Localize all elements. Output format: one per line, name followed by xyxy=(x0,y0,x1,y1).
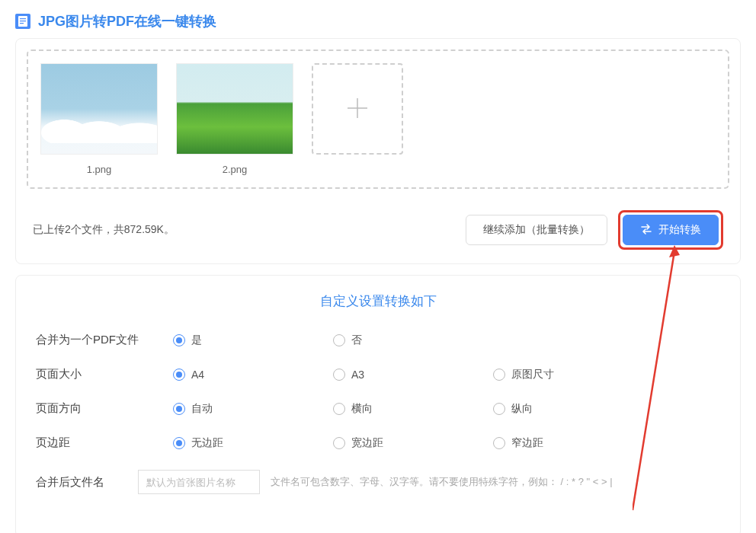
file-name: 2.png xyxy=(223,164,248,175)
radio-icon xyxy=(173,334,185,346)
filename-input[interactable] xyxy=(138,470,260,494)
start-convert-button[interactable]: 开始转换 xyxy=(623,215,719,245)
upload-panel: 1.png 2.png 已上传2个文件，共872.59K。 继续添加（批量转换）… xyxy=(15,38,741,264)
radio-size-a4[interactable]: A4 xyxy=(173,368,333,381)
file-card[interactable]: 1.png xyxy=(40,63,158,175)
radio-group-margin: 无边距 宽边距 窄边距 xyxy=(173,436,720,450)
start-convert-highlight: 开始转换 xyxy=(618,210,723,250)
radio-size-original[interactable]: 原图尺寸 xyxy=(493,368,653,381)
radio-orient-portrait[interactable]: 纵向 xyxy=(493,402,653,416)
action-row: 已上传2个文件，共872.59K。 继续添加（批量转换） 开始转换 xyxy=(16,199,740,263)
page-header: JPG图片转PDF在线一键转换 xyxy=(0,0,756,38)
setting-label: 合并后文件名 xyxy=(36,475,127,490)
settings-title: 自定义设置转换如下 xyxy=(36,292,720,310)
file-thumbnail xyxy=(176,63,293,155)
setting-row-merge: 合并为一个PDF文件 是 否 xyxy=(36,333,720,347)
upload-status: 已上传2个文件，共872.59K。 xyxy=(33,223,455,237)
radio-margin-wide[interactable]: 宽边距 xyxy=(333,436,493,450)
radio-icon xyxy=(173,437,185,449)
radio-group-page-size: A4 A3 原图尺寸 xyxy=(173,368,720,381)
radio-group-merge: 是 否 xyxy=(173,334,720,347)
setting-row-orientation: 页面方向 自动 横向 纵向 xyxy=(36,401,720,416)
radio-icon xyxy=(333,403,345,415)
svg-rect-2 xyxy=(20,21,26,21)
radio-icon xyxy=(173,403,185,415)
continue-add-button[interactable]: 继续添加（批量转换） xyxy=(466,215,607,245)
setting-row-margin: 页边距 无边距 宽边距 窄边距 xyxy=(36,436,720,450)
file-name: 1.png xyxy=(87,164,112,175)
radio-icon xyxy=(333,437,345,449)
setting-row-filename: 合并后文件名 文件名可包含数字、字母、汉字等。请不要使用特殊字符，例如： / :… xyxy=(36,470,720,494)
page-title: JPG图片转PDF在线一键转换 xyxy=(38,12,216,30)
plus-icon xyxy=(343,94,372,125)
svg-rect-3 xyxy=(20,23,24,24)
swap-icon xyxy=(640,224,652,237)
radio-icon xyxy=(493,369,505,381)
setting-label: 页面大小 xyxy=(36,367,173,381)
radio-merge-yes[interactable]: 是 xyxy=(173,334,333,347)
document-icon xyxy=(15,14,30,29)
radio-icon xyxy=(493,437,505,449)
setting-label: 合并为一个PDF文件 xyxy=(36,333,173,347)
radio-icon xyxy=(173,369,185,381)
file-card[interactable]: 2.png xyxy=(176,63,293,175)
add-file-button[interactable] xyxy=(312,63,403,155)
setting-label: 页面方向 xyxy=(36,401,173,416)
files-area: 1.png 2.png xyxy=(27,49,729,189)
radio-orient-landscape[interactable]: 横向 xyxy=(333,402,493,416)
radio-margin-none[interactable]: 无边距 xyxy=(173,436,333,450)
settings-panel: 自定义设置转换如下 合并为一个PDF文件 是 否 页面大小 A4 A3 xyxy=(15,275,741,533)
file-thumbnail xyxy=(40,63,158,155)
radio-group-orientation: 自动 横向 纵向 xyxy=(173,402,720,416)
radio-icon xyxy=(333,334,345,346)
setting-label: 页边距 xyxy=(36,436,173,450)
setting-row-page-size: 页面大小 A4 A3 原图尺寸 xyxy=(36,367,720,381)
radio-orient-auto[interactable]: 自动 xyxy=(173,402,333,416)
filename-hint: 文件名可包含数字、字母、汉字等。请不要使用特殊字符，例如： / : * ? " … xyxy=(271,475,613,489)
radio-merge-no[interactable]: 否 xyxy=(333,334,493,347)
radio-size-a3[interactable]: A3 xyxy=(333,368,493,381)
svg-rect-1 xyxy=(20,18,26,19)
radio-icon xyxy=(493,403,505,415)
radio-icon xyxy=(333,369,345,381)
radio-margin-narrow[interactable]: 窄边距 xyxy=(493,436,653,450)
